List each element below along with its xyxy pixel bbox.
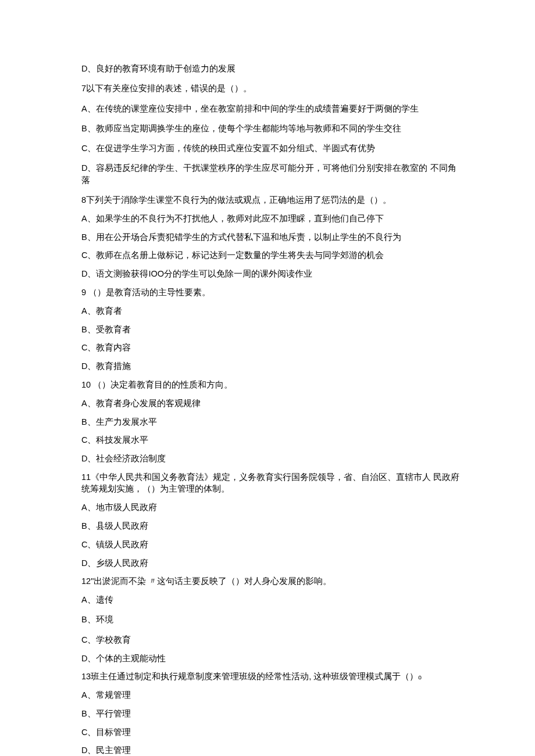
text-line-q7-d: D、容易违反纪律的学生、干扰课堂秩序的学生应尽可能分开，可将他们分别安排在教室的… [81,162,462,186]
text-line-q8-c: C、教师在点名册上做标记，标记达到一定数量的学生将失去与同学郊游的机会 [81,249,462,261]
text-line-q7-c: C、在促进学生学习方面，传统的秧田式座位安置不如分组式、半圆式有优势 [81,142,462,154]
text-line-q13-d: D、民主管理 [81,744,462,756]
text-line-q11-a: A、地市级人民政府 [81,501,462,513]
text-line-q10-c: C、科技发展水平 [81,434,462,446]
text-line-q13: 13班主任通过制定和执行规章制度来管理班级的经常性活动, 这种班级管理模式属于（… [81,671,462,682]
text-line-q10-b: B、生产力发展水平 [81,416,462,428]
text-line-q12-d: D、个体的主观能动性 [81,653,462,664]
text-line-q9-c: C、教育内容 [81,342,462,353]
text-line-q11-d: D、乡级人民政府 [81,557,462,569]
text-line-q12-b: B、环境 [81,614,462,625]
text-line-q10-d: D、社会经济政治制度 [81,453,462,464]
text-line-q12-c: C、学校教育 [81,634,462,646]
text-line-q6-d: D、良好的教育环境有助于创造力的发展 [81,63,462,74]
text-line-q12: 12"出淤泥而不染 〃这句话主要反映了（）对人身心发展的影响。 [81,575,462,587]
text-line-q11-b: B、县级人民政府 [81,520,462,532]
text-line-q9: 9 （）是教育活动的主导性要素。 [81,286,462,298]
text-line-q7: 7以下有关座位安排的表述，错误的是（）。 [81,83,462,94]
text-line-q12-a: A、遗传 [81,594,462,605]
text-line-q8-b: B、用在公开场合斥责犯错学生的方式代替私下温和地斥责，以制止学生的不良行为 [81,231,462,243]
text-line-q9-d: D、教育措施 [81,360,462,372]
text-line-q9-a: A、教育者 [81,305,462,317]
text-line-q8-d: D、语文测验获得IOO分的学生可以免除一周的课外阅读作业 [81,268,462,280]
text-line-q8-a: A、如果学生的不良行为不打扰他人，教师对此应不加理睬，直到他们自己停下 [81,213,462,224]
text-line-q7-a: A、在传统的课堂座位安排中，坐在教室前排和中间的学生的成绩普遍要好于两侧的学生 [81,103,462,114]
text-line-q11: 11《中华人民共和国义务教育法》规定，义务教育实行国务院领导，省、自治区、直辖市… [81,471,462,495]
text-line-q9-b: B、受教育者 [81,324,462,335]
text-line-q13-a: A、常规管理 [81,689,462,701]
text-line-q13-b: B、平行管理 [81,708,462,719]
text-line-q7-b: B、教师应当定期调换学生的座位，使每个学生都能均等地与教师和不同的学生交往 [81,123,462,134]
text-line-q10-a: A、教育者身心发展的客观规律 [81,397,462,409]
text-line-q10: 10 （）决定着教育目的的性质和方向。 [81,379,462,390]
document-body: D、良好的教育环境有助于创造力的发展7以下有关座位安排的表述，错误的是（）。A、… [81,63,462,756]
text-line-q11-c: C、镇级人民政府 [81,539,462,550]
text-line-q8: 8下列关于消除学生课堂不良行为的做法或观点，正确地运用了惩罚法的是（）。 [81,194,462,206]
text-line-q13-c: C、目标管理 [81,726,462,738]
